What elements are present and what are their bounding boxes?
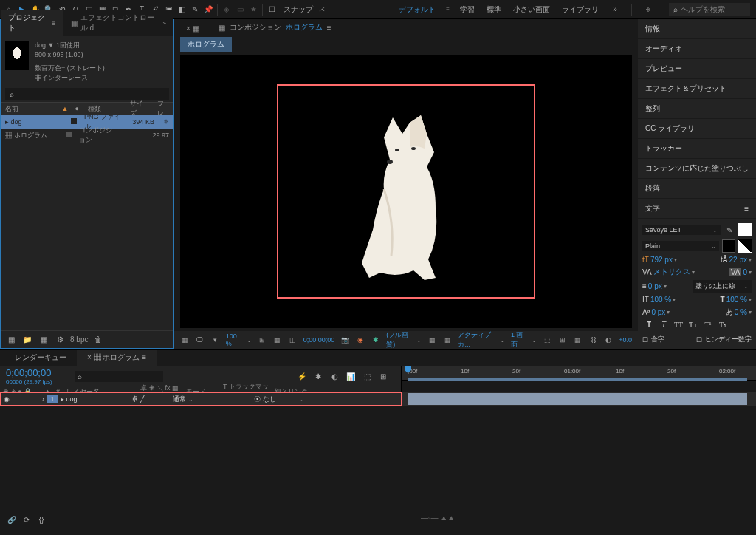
baseline-field[interactable]: Aª 0 px ▾	[642, 308, 670, 316]
panel-info[interactable]: 情報	[638, 19, 756, 39]
comp-tab-close[interactable]: × ▦	[179, 21, 207, 35]
workspace-library[interactable]: ライブラリ	[560, 1, 600, 18]
panel-content-aware[interactable]: コンテンツに応じた塗りつぶし	[638, 159, 756, 179]
new-comp-icon[interactable]: ▦	[38, 334, 49, 346]
timeline-search[interactable]: ⌕	[75, 371, 163, 382]
camera-select[interactable]: アクティブカ...	[458, 330, 494, 350]
subscript-btn[interactable]: T₁	[716, 320, 729, 330]
zoom-value[interactable]: 100 %	[226, 333, 241, 347]
workspace-standard[interactable]: 標準	[485, 1, 503, 18]
tab-project[interactable]: プロジェクト ≡	[1, 10, 63, 36]
swap-swatch[interactable]	[738, 239, 752, 253]
roto-tool-icon[interactable]: ✎	[189, 4, 201, 16]
project-row-hologram[interactable]: ▦ ホログラム コンポジション 29.97	[1, 129, 173, 142]
font-style-select[interactable]: Plain⌄	[642, 241, 719, 251]
workspace-small[interactable]: 小さい画面	[512, 1, 551, 18]
link-icon[interactable]: 🔗	[6, 514, 18, 525]
snap-checkbox[interactable]: ☐	[266, 4, 278, 16]
vscale-field[interactable]: IT 100 % ▾	[642, 296, 676, 304]
leading-field[interactable]: tÂ 22 px ▾	[721, 256, 752, 264]
res-icon[interactable]: ▾	[210, 334, 220, 346]
monitor-icon[interactable]: 🖵	[196, 334, 205, 346]
panel-tracker[interactable]: トラッカー	[638, 139, 756, 159]
brackets-icon[interactable]: {}	[35, 514, 47, 525]
star-icon[interactable]: ★	[247, 4, 259, 16]
allcaps-btn[interactable]: TT	[672, 320, 685, 330]
color-icon[interactable]: ✱	[371, 334, 381, 346]
work-area-bar[interactable]	[408, 378, 747, 381]
puppet-tool-icon[interactable]: 📌	[202, 4, 214, 16]
stroke-swatch[interactable]	[722, 239, 735, 253]
view-select[interactable]: 1 画面	[511, 330, 526, 350]
current-timecode[interactable]: 0;00;00;00	[6, 367, 52, 378]
panel-effects-presets[interactable]: エフェクト＆プリセット	[638, 79, 756, 99]
time-value[interactable]: 0;00;00;00	[303, 336, 335, 344]
time-ruler[interactable]: ;00f 10f 20f 01:00f 10f 20f 02:00f	[402, 366, 756, 381]
guides-icon[interactable]: ⊞	[558, 334, 568, 346]
tab-effect-controls[interactable]: ▦ エフェクトコントロール d »	[63, 10, 173, 36]
font-select[interactable]: Savoye LET⌄	[642, 225, 721, 235]
playhead[interactable]	[408, 366, 408, 514]
workspace-default[interactable]: デフォルト	[397, 1, 437, 18]
help-search[interactable]: ⌕ ヘルプを検索	[669, 3, 750, 16]
draft3d-icon[interactable]: ⬚	[361, 370, 373, 382]
comp-tab[interactable]: ▦ コンポジション ホログラム ≡	[211, 19, 339, 35]
mask-icon[interactable]: ◫	[288, 334, 298, 346]
graph-icon[interactable]: 📊	[345, 370, 357, 382]
share-icon[interactable]: ⎆	[642, 4, 654, 16]
folder-icon[interactable]: 📁	[21, 334, 33, 346]
fill-swatch[interactable]	[738, 223, 752, 236]
alpha-icon[interactable]: ▦	[180, 334, 190, 346]
italic-btn[interactable]: T	[657, 320, 670, 330]
motion-blur-icon[interactable]: ◐	[329, 370, 340, 382]
smallcaps-btn[interactable]: Tᴛ	[687, 320, 700, 330]
snapshot-icon[interactable]: 📷	[340, 334, 350, 346]
safe-icon[interactable]: ⊞	[258, 334, 267, 346]
eyedropper-icon[interactable]: ✎	[724, 224, 735, 236]
composition-viewer[interactable]	[180, 55, 632, 328]
pixel-icon[interactable]: ▦	[573, 334, 583, 346]
tab-render-queue[interactable]: レンダーキュー	[4, 350, 77, 366]
expand-icon[interactable]: ⊞	[377, 370, 389, 382]
panel-paragraph[interactable]: 段落	[638, 179, 756, 199]
fast-icon[interactable]: ⛓	[588, 334, 598, 346]
channel-icon[interactable]: ◉	[356, 334, 365, 346]
workspace-learn[interactable]: 学習	[458, 1, 476, 18]
grid-icon[interactable]: ▦	[273, 334, 283, 346]
hscale-field[interactable]: T 100 % ▾	[721, 296, 752, 304]
tracking-field[interactable]: VA 0 ▾	[729, 268, 752, 276]
panel-preview[interactable]: プレビュー	[638, 59, 756, 79]
ligatures-checkbox[interactable]: ☐ 合字	[642, 335, 664, 344]
region-icon[interactable]: ▦	[427, 334, 437, 346]
kerning-field[interactable]: VA メトリクス ▾	[642, 267, 695, 277]
panel-audio[interactable]: オーディオ	[638, 39, 756, 59]
panel-character-header[interactable]: 文字≡	[638, 199, 756, 219]
quality-select[interactable]: (フル画質)	[386, 330, 410, 350]
shape-mode-icon[interactable]: ▭	[234, 4, 246, 16]
blend-icon[interactable]: ✱	[312, 370, 324, 382]
trash-icon[interactable]: 🗑	[92, 334, 104, 346]
layer-clip-bar[interactable]	[408, 393, 747, 405]
stroke-mode-select[interactable]: 塗りの上に線⌄	[693, 280, 752, 293]
comp-breadcrumb[interactable]: ホログラム	[180, 37, 232, 52]
zoom-slider[interactable]: —◦— ▲▲	[421, 514, 455, 522]
settings-icon[interactable]: ⚙	[54, 334, 66, 346]
panel-align[interactable]: 整列	[638, 99, 756, 119]
font-size-field[interactable]: tT 792 px ▾	[642, 256, 677, 264]
overflow-icon[interactable]: »	[609, 4, 621, 16]
tsume-field[interactable]: あ 0 % ▾	[726, 307, 752, 317]
tab-timeline-comp[interactable]: × ▦ ホログラム ≡	[77, 350, 157, 366]
sync-icon[interactable]: ⟳	[21, 514, 32, 525]
interpret-icon[interactable]: ▦	[5, 334, 17, 346]
superscript-btn[interactable]: T¹	[701, 320, 715, 330]
panel-cc-library[interactable]: CC ライブラリ	[638, 119, 756, 139]
shy-icon[interactable]: ⚡	[296, 370, 308, 382]
bold-btn[interactable]: T	[642, 320, 656, 330]
layer-row-dog[interactable]: ◉ › 1 ▸ dog 卓 ╱ 通常 ⌄ ☉ なし ⌄	[0, 392, 402, 406]
hindi-checkbox[interactable]: ☐ ヒンディー数字	[696, 335, 752, 344]
exposure-value[interactable]: +0.0	[619, 336, 632, 344]
eraser-tool-icon[interactable]: ◧	[176, 4, 188, 16]
transparency-icon[interactable]: ▦	[443, 334, 453, 346]
snap-chevron-icon[interactable]: ⋌	[319, 6, 325, 13]
bpc-label[interactable]: 8 bpc	[70, 335, 88, 344]
